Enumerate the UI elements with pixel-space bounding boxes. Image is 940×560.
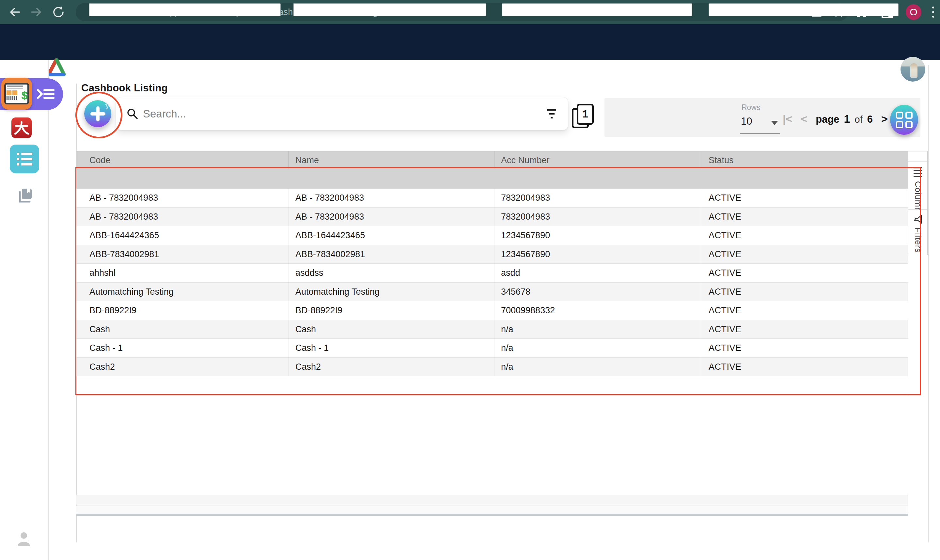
column-header-name[interactable]: Name	[295, 155, 319, 165]
filter-lines-icon	[547, 109, 556, 111]
cell-name: asddss	[295, 268, 323, 278]
cell-code: BD-88922I9	[89, 305, 137, 315]
cell-code: Cash2	[89, 362, 115, 372]
expand-menu-icon	[37, 87, 55, 101]
cell-code: ABB-7834002981	[89, 249, 159, 259]
table-row[interactable]: AB - 7832004983 AB - 7832004983 78320049…	[76, 189, 908, 208]
cell-status: ACTIVE	[709, 193, 742, 203]
user-avatar[interactable]	[900, 57, 925, 82]
cell-acc-number: asdd	[501, 268, 520, 278]
cell-code: ahhshl	[89, 268, 115, 278]
chinese-character-icon	[13, 120, 30, 136]
code-filter-input[interactable]	[89, 3, 281, 16]
acc-filter-input[interactable]	[502, 3, 692, 16]
tab-filters[interactable]: Filters	[908, 209, 928, 255]
table-row[interactable]: ABB-1644424365 ABB-1644423465 1234567890…	[76, 226, 908, 245]
column-divider	[288, 189, 289, 376]
cell-acc-number: n/a	[501, 343, 514, 353]
cell-name: ABB-1644423465	[295, 231, 365, 240]
column-header-code[interactable]: Code	[89, 155, 111, 165]
page-indicator: page 1 of 6	[815, 112, 873, 125]
cell-name: Cash	[295, 324, 316, 334]
rows-per-page-select[interactable]: 10	[740, 115, 780, 134]
browser-reload-button[interactable]	[51, 4, 66, 20]
cell-name: AB - 7832004983	[295, 193, 364, 203]
cell-status: ACTIVE	[709, 249, 742, 259]
table-row[interactable]: ahhshl asddss asdd ACTIVE	[76, 264, 908, 283]
cell-name: BD-88922I9	[295, 305, 342, 315]
table-footer-strip	[76, 506, 908, 514]
cashbook-applet-icon: $	[4, 83, 29, 105]
of-word: of	[855, 114, 863, 125]
table-filter-row	[76, 169, 908, 189]
cell-acc-number: n/a	[501, 324, 514, 334]
search-icon	[126, 108, 139, 122]
cell-name: ABB-7834002981	[295, 249, 365, 259]
search-filter-button[interactable]	[545, 107, 559, 121]
cell-name: Automatching Testing	[295, 286, 380, 297]
grid-view-button[interactable]	[890, 105, 918, 135]
single-page-view-button[interactable]: 1	[572, 104, 593, 127]
search-bar	[116, 97, 568, 130]
column-divider	[700, 189, 700, 376]
sidebar-item-listing-applet[interactable]	[10, 145, 39, 173]
page-word: page	[815, 114, 839, 125]
column-header-status[interactable]: Status	[709, 155, 734, 165]
sidebar-footer-account[interactable]	[16, 531, 32, 548]
table-header: Code Name Acc Number Status	[76, 151, 908, 169]
app-header: akaun	[0, 24, 940, 60]
side-tab-spacer	[908, 151, 928, 162]
sidebar-item-library[interactable]	[17, 188, 33, 204]
content-right-border	[928, 65, 929, 542]
table-row[interactable]: Automatching Testing Automatching Testin…	[76, 283, 908, 302]
sidebar-item-red-applet[interactable]	[11, 117, 32, 138]
table-row[interactable]: Cash2 Cash2 n/a ACTIVE	[76, 358, 908, 377]
tab-columns[interactable]: Columns	[908, 162, 928, 210]
table-footer-strip	[76, 495, 908, 505]
table-row[interactable]: BD-88922I9 BD-88922I9 70009988332 ACTIVE	[76, 301, 908, 320]
prev-page-button[interactable]: <	[801, 112, 807, 125]
rows-label: Rows	[742, 103, 760, 112]
funnel-icon	[913, 214, 923, 224]
cell-name: AB - 7832004983	[295, 211, 364, 222]
cell-acc-number: 1234567890	[501, 231, 550, 240]
cell-code: ABB-1644424365	[89, 231, 159, 240]
cell-status: ACTIVE	[709, 343, 742, 353]
cell-acc-number: 1234567890	[501, 249, 550, 259]
browser-menu-button[interactable]	[928, 4, 938, 20]
person-icon	[16, 531, 32, 546]
cell-acc-number: 345678	[501, 286, 531, 297]
name-filter-input[interactable]	[293, 3, 486, 16]
first-page-button[interactable]: |<	[783, 112, 792, 125]
table-row[interactable]: Cash - 1 Cash - 1 n/a ACTIVE	[76, 339, 908, 358]
brand-name: akaun	[67, 57, 112, 76]
next-page-button[interactable]: >	[881, 112, 888, 125]
cell-status: ACTIVE	[709, 305, 742, 315]
cell-status: ACTIVE	[709, 231, 742, 240]
browser-forward-button[interactable]	[29, 4, 45, 20]
browser-back-button[interactable]	[7, 4, 23, 20]
cell-acc-number: n/a	[501, 362, 514, 372]
sidebar-item-cashbook-applet[interactable]: $	[1, 78, 32, 110]
book-copy-icon	[17, 188, 33, 203]
cell-status: ACTIVE	[709, 362, 742, 372]
cell-acc-number: 70009988332	[501, 305, 555, 315]
browser-profile-avatar[interactable]: O	[906, 4, 922, 20]
back-icon	[8, 5, 22, 19]
search-input[interactable]	[142, 103, 529, 125]
table-row[interactable]: AB - 7832004983 AB - 7832004983 78320049…	[76, 208, 908, 226]
status-filter-input[interactable]	[709, 3, 898, 16]
add-cashbook-button[interactable]	[84, 100, 111, 127]
cell-status: ACTIVE	[709, 286, 742, 297]
cell-code: Automatching Testing	[89, 286, 174, 297]
table-row[interactable]: ABB-7834002981 ABB-7834002981 1234567890…	[76, 245, 908, 264]
forward-icon	[29, 5, 44, 19]
table-body: AB - 7832004983 AB - 7832004983 78320049…	[76, 189, 908, 376]
horizontal-scrollbar[interactable]	[76, 514, 908, 516]
cell-status: ACTIVE	[709, 268, 742, 278]
column-header-acc[interactable]: Acc Number	[501, 155, 550, 165]
table-row[interactable]: Cash Cash n/a ACTIVE	[76, 320, 908, 339]
pagination-controls: |< < page 1 of 6 > >|	[783, 110, 906, 128]
cell-code: Cash	[89, 324, 110, 334]
current-page: 1	[844, 112, 850, 125]
